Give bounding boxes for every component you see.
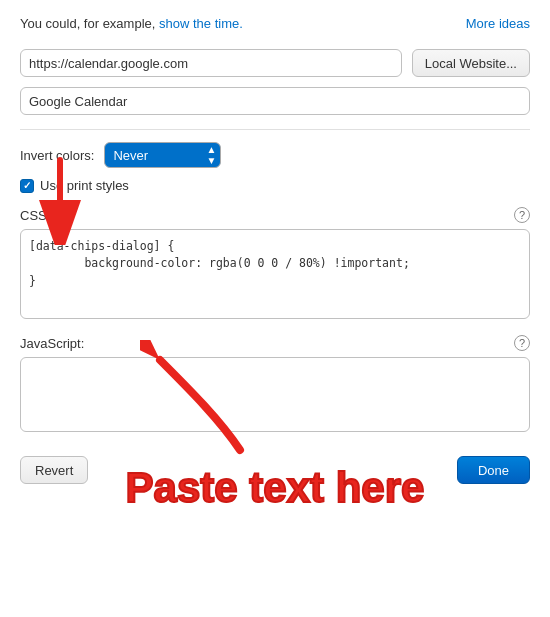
- css-textarea[interactable]: [data-chips-dialog] { background-color: …: [20, 229, 530, 319]
- main-container: You could, for example, show the time. M…: [0, 0, 550, 504]
- invert-select-wrapper: Never Always In Dark Mode ▲▼: [104, 142, 221, 168]
- more-ideas-link[interactable]: More ideas: [466, 16, 530, 31]
- invert-colors-row: Invert colors: Never Always In Dark Mode…: [20, 142, 530, 168]
- hint-row: You could, for example, show the time. M…: [20, 16, 530, 31]
- show-time-link[interactable]: show the time.: [159, 16, 243, 31]
- done-button[interactable]: Done: [457, 456, 530, 484]
- js-textarea[interactable]: [20, 357, 530, 432]
- invert-colors-label: Invert colors:: [20, 148, 94, 163]
- print-styles-label: Use print styles: [40, 178, 129, 193]
- css-label: CSS:: [20, 208, 50, 223]
- js-label: JavaScript:: [20, 336, 84, 351]
- divider-1: [20, 129, 530, 130]
- url-input[interactable]: [20, 49, 402, 77]
- revert-button[interactable]: Revert: [20, 456, 88, 484]
- print-styles-row: Use print styles: [20, 178, 530, 193]
- js-section-header: JavaScript: ?: [20, 335, 530, 351]
- url-row: Local Website...: [20, 49, 530, 77]
- print-styles-checkbox[interactable]: [20, 179, 34, 193]
- css-section-header: CSS: ?: [20, 207, 530, 223]
- css-help-icon[interactable]: ?: [514, 207, 530, 223]
- local-website-button[interactable]: Local Website...: [412, 49, 530, 77]
- page-title-input[interactable]: [20, 87, 530, 115]
- hint-prefix: You could, for example, show the time.: [20, 16, 243, 31]
- invert-colors-select[interactable]: Never Always In Dark Mode: [104, 142, 221, 168]
- footer-row: Revert Done: [20, 452, 530, 488]
- js-help-icon[interactable]: ?: [514, 335, 530, 351]
